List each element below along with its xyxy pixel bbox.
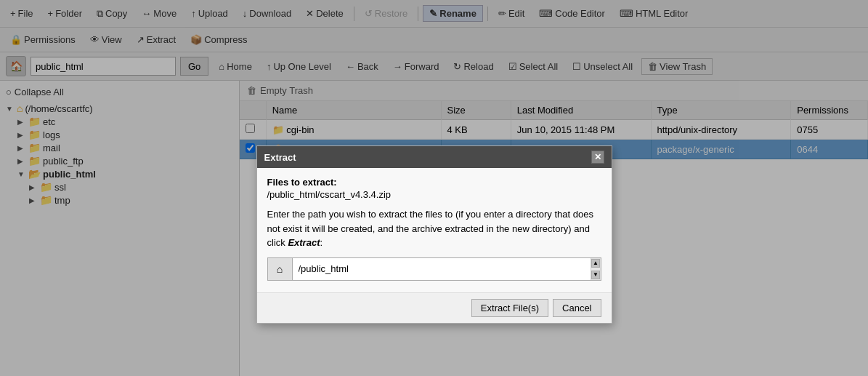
dialog-body: Files to extract: /public_html/cscart_v4… <box>257 168 612 292</box>
dialog-footer: Extract File(s) Cancel <box>257 292 612 323</box>
extract-path-wrapper: ⌂ ▲ ▼ <box>267 257 601 281</box>
dialog-description: Enter the path you wish to extract the f… <box>267 207 601 250</box>
extract-path-input[interactable] <box>293 258 591 280</box>
extract-dialog: Extract ✕ Files to extract: /public_html… <box>256 145 612 324</box>
dialog-overlay: Extract ✕ Files to extract: /public_html… <box>0 0 868 376</box>
files-label: Files to extract: <box>267 177 601 188</box>
dialog-titlebar: Extract ✕ <box>257 146 612 168</box>
dialog-title: Extract <box>264 152 296 163</box>
extract-home-icon: ⌂ <box>268 258 293 280</box>
scroll-down-button[interactable]: ▼ <box>591 271 600 279</box>
dialog-close-button[interactable]: ✕ <box>591 151 604 164</box>
extract-files-button[interactable]: Extract File(s) <box>471 299 548 317</box>
dialog-scrollbar: ▲ ▼ <box>591 258 601 280</box>
scroll-up-button[interactable]: ▲ <box>591 259 600 268</box>
files-path: /public_html/cscart_v4.3.4.zip <box>267 189 601 200</box>
cancel-button[interactable]: Cancel <box>553 299 601 317</box>
